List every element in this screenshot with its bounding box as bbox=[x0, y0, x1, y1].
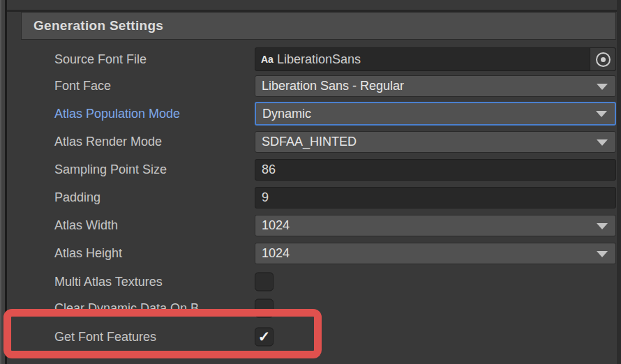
field-label: Sampling Point Size bbox=[54, 162, 167, 177]
dropdown-value: 1024 bbox=[262, 246, 290, 261]
dropdown-value: 1024 bbox=[262, 218, 290, 233]
field-label: Multi Atlas Textures bbox=[54, 275, 163, 289]
atlas-width-dropdown[interactable]: 1024 bbox=[255, 215, 616, 236]
row-padding: Padding bbox=[0, 187, 616, 208]
clear-dynamic-data-checkbox[interactable]: ✓ bbox=[255, 299, 274, 318]
source-font-file-object-field[interactable]: Aa LiberationSans bbox=[255, 47, 616, 71]
field-label: Clear Dynamic Data On B bbox=[54, 301, 199, 316]
row-clear-dynamic-data: Clear Dynamic Data On B ✓ bbox=[0, 298, 616, 318]
chevron-down-icon bbox=[597, 223, 608, 229]
dropdown-value: Liberation Sans - Regular bbox=[262, 79, 404, 93]
chevron-down-icon bbox=[596, 111, 607, 117]
row-atlas-render-mode: Atlas Render Mode SDFAA_HINTED bbox=[0, 131, 616, 153]
multi-atlas-textures-checkbox[interactable]: ✓ bbox=[255, 273, 274, 291]
chevron-down-icon bbox=[597, 251, 608, 257]
object-picker-icon bbox=[596, 52, 611, 67]
field-label: Atlas Height bbox=[54, 246, 122, 261]
font-face-dropdown[interactable]: Liberation Sans - Regular bbox=[255, 75, 616, 97]
get-font-features-checkbox[interactable]: ✓ bbox=[255, 328, 274, 347]
field-label: Source Font File bbox=[54, 52, 147, 67]
font-asset-icon: Aa bbox=[261, 54, 274, 65]
field-label: Atlas Width bbox=[54, 218, 118, 233]
generation-settings-header[interactable]: Generation Settings bbox=[21, 12, 616, 40]
row-font-face: Font Face Liberation Sans - Regular bbox=[0, 75, 616, 97]
row-atlas-population-mode: Atlas Population Mode Dynamic bbox=[0, 102, 616, 126]
field-label: Padding bbox=[54, 190, 100, 205]
dropdown-value: SDFAA_HINTED bbox=[262, 135, 357, 149]
padding-input[interactable] bbox=[255, 187, 616, 208]
object-field-value: LiberationSans bbox=[277, 52, 361, 67]
row-get-font-features: Get Font Features ✓ bbox=[0, 326, 616, 347]
row-atlas-width: Atlas Width 1024 bbox=[0, 215, 616, 236]
chevron-down-icon bbox=[597, 139, 608, 146]
row-atlas-height: Atlas Height 1024 bbox=[0, 243, 616, 264]
section-title: Generation Settings bbox=[33, 18, 163, 33]
atlas-render-mode-dropdown[interactable]: SDFAA_HINTED bbox=[255, 131, 616, 153]
sampling-point-size-input[interactable] bbox=[255, 159, 616, 181]
dropdown-value: Dynamic bbox=[262, 107, 311, 121]
atlas-height-dropdown[interactable]: 1024 bbox=[255, 243, 616, 264]
chevron-down-icon bbox=[597, 84, 608, 90]
field-label: Atlas Population Mode bbox=[54, 107, 180, 121]
object-picker-button[interactable] bbox=[590, 48, 615, 70]
row-source-font-file: Source Font File Aa LiberationSans bbox=[0, 47, 616, 71]
field-label: Get Font Features bbox=[54, 330, 156, 344]
field-label: Atlas Render Mode bbox=[54, 135, 162, 149]
row-sampling-point-size: Sampling Point Size bbox=[0, 159, 616, 181]
checkmark-icon: ✓ bbox=[258, 329, 271, 344]
row-multi-atlas-textures: Multi Atlas Textures ✓ bbox=[0, 272, 616, 291]
atlas-population-mode-dropdown[interactable]: Dynamic bbox=[255, 102, 616, 126]
field-label: Font Face bbox=[54, 79, 111, 93]
panel-right-edge bbox=[617, 0, 621, 364]
